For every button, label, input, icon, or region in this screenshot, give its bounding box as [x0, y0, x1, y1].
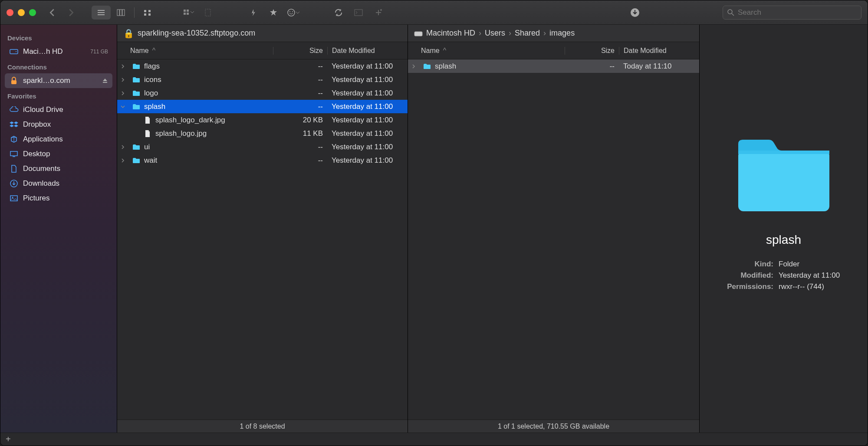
- file-date: Yesterday at 11:00: [327, 156, 408, 165]
- sidebar-item-label: Desktop: [23, 150, 50, 158]
- folder-icon: [131, 63, 141, 70]
- sidebar-item[interactable]: sparkl…o.com: [5, 73, 112, 88]
- emoji-menu-button[interactable]: [284, 6, 303, 20]
- folder-row[interactable]: icons--Yesterday at 11:00: [117, 73, 408, 86]
- col-size-header[interactable]: Size: [273, 47, 327, 55]
- terminal-button[interactable]: [349, 6, 368, 20]
- col-name-header[interactable]: Name ^: [117, 47, 273, 55]
- col-name-header[interactable]: Name ^: [408, 47, 565, 55]
- left-statusbar: 1 of 8 selected: [117, 420, 408, 433]
- icon-view-button[interactable]: [138, 6, 157, 20]
- info-panel: splash Kind:FolderModified:Yesterday at …: [699, 25, 868, 433]
- folder-row[interactable]: ui--Yesterday at 11:00: [117, 140, 408, 154]
- chevron-right-icon: ›: [509, 29, 511, 38]
- file-name: flags: [144, 62, 273, 71]
- svg-rect-13: [187, 13, 189, 15]
- breadcrumb[interactable]: Shared: [515, 29, 540, 38]
- forward-button[interactable]: [68, 8, 74, 17]
- search-box[interactable]: [723, 6, 861, 20]
- breadcrumb[interactable]: Users: [485, 29, 505, 38]
- disclosure-icon[interactable]: [121, 91, 131, 95]
- sidebar-badge: 711 GB: [90, 49, 108, 55]
- folder-row[interactable]: wait--Yesterday at 11:00: [117, 154, 408, 167]
- svg-rect-28: [10, 151, 17, 156]
- file-size: 11 KB: [273, 129, 327, 138]
- col-size-header[interactable]: Size: [565, 47, 619, 55]
- close-button[interactable]: [7, 9, 13, 16]
- folder-icon: [131, 90, 141, 97]
- maximize-button[interactable]: [29, 9, 36, 16]
- add-button[interactable]: +: [6, 434, 11, 444]
- svg-rect-5: [122, 10, 125, 16]
- sidebar-item-label: Downloads: [23, 179, 59, 188]
- disclosure-icon[interactable]: [121, 78, 131, 82]
- view-mode-group: [92, 6, 157, 20]
- folder-row[interactable]: splash--Today at 11:10: [408, 59, 699, 73]
- folder-icon: [422, 63, 432, 70]
- sidebar-item[interactable]: Dropbox: [5, 117, 112, 132]
- file-name: splash: [435, 62, 565, 71]
- eject-icon[interactable]: [102, 78, 108, 84]
- col-date-header[interactable]: Date Modified: [327, 47, 408, 55]
- disclosure-icon[interactable]: [121, 158, 131, 163]
- svg-rect-8: [144, 13, 146, 16]
- svg-rect-31: [10, 196, 17, 201]
- new-file-button[interactable]: [199, 6, 218, 20]
- disclosure-icon[interactable]: [121, 145, 131, 149]
- meta-row: Kind:Folder: [713, 260, 855, 269]
- sidebar-item[interactable]: Documents: [5, 161, 112, 176]
- file-row[interactable]: splash_logo_dark.jpg20 KBYesterday at 11…: [117, 113, 408, 127]
- svg-rect-18: [355, 10, 362, 16]
- sidebar-item[interactable]: Applications: [5, 132, 112, 147]
- dropbox-icon: [9, 120, 19, 129]
- favorite-button[interactable]: [264, 6, 283, 20]
- minimize-button[interactable]: [18, 9, 25, 16]
- right-statusbar: 1 of 1 selected, 710.55 GB available: [408, 420, 699, 433]
- folder-icon: [131, 76, 141, 83]
- list-view-button[interactable]: [92, 6, 111, 20]
- left-file-list: flags--Yesterday at 11:00icons--Yesterda…: [117, 59, 408, 420]
- sidebar-item[interactable]: Desktop: [5, 147, 112, 161]
- disclosure-icon[interactable]: [411, 64, 422, 69]
- chevron-right-icon: ›: [479, 29, 481, 38]
- window-controls: [7, 9, 36, 16]
- svg-line-22: [732, 13, 734, 16]
- sidebar-section-header: Favorites: [7, 92, 110, 100]
- file-size: --: [273, 62, 327, 71]
- search-input[interactable]: [738, 8, 857, 17]
- sidebar-item[interactable]: Maci…h HD711 GB: [5, 44, 112, 59]
- sidebar: DevicesMaci…h HD711 GBConnectionssparkl……: [0, 25, 117, 433]
- sidebar-item[interactable]: iCloud Drive: [5, 102, 112, 117]
- back-button[interactable]: [49, 8, 55, 17]
- sidebar-item-label: Dropbox: [23, 120, 51, 129]
- col-date-header[interactable]: Date Modified: [619, 47, 699, 55]
- svg-rect-10: [184, 10, 186, 12]
- breadcrumb[interactable]: Macintosh HD: [426, 29, 475, 38]
- disclosure-icon[interactable]: [121, 105, 131, 109]
- download-button[interactable]: [625, 6, 644, 20]
- file-date: Yesterday at 11:00: [327, 102, 408, 111]
- folder-row[interactable]: logo--Yesterday at 11:00: [117, 86, 408, 100]
- file-name: wait: [144, 156, 273, 165]
- sidebar-item-label: Pictures: [23, 194, 49, 203]
- file-row[interactable]: splash_logo.jpg11 KBYesterday at 11:00: [117, 127, 408, 140]
- lock-icon: [9, 76, 19, 85]
- sidebar-item[interactable]: Downloads: [5, 176, 112, 191]
- sidebar-section-header: Connections: [7, 63, 110, 71]
- svg-point-24: [16, 51, 16, 52]
- meta-value: rwxr--r-- (744): [779, 282, 824, 291]
- quick-connect-button[interactable]: [244, 6, 263, 20]
- sync-button[interactable]: [329, 6, 348, 20]
- folder-row[interactable]: flags--Yesterday at 11:00: [117, 59, 408, 73]
- disclosure-icon[interactable]: [121, 64, 131, 69]
- file-date: Yesterday at 11:00: [327, 129, 408, 138]
- action-menu-button[interactable]: [179, 6, 198, 20]
- folder-row[interactable]: splash--Yesterday at 11:00: [117, 100, 408, 113]
- compose-button[interactable]: [369, 6, 388, 20]
- column-view-button[interactable]: [112, 6, 131, 20]
- left-pathbar: 🔒 sparkling-sea-10352.sftptogo.com: [117, 25, 408, 42]
- sidebar-item[interactable]: Pictures: [5, 191, 112, 206]
- file-name: logo: [144, 89, 273, 98]
- breadcrumb[interactable]: images: [549, 29, 575, 38]
- file-date: Yesterday at 11:00: [327, 62, 408, 71]
